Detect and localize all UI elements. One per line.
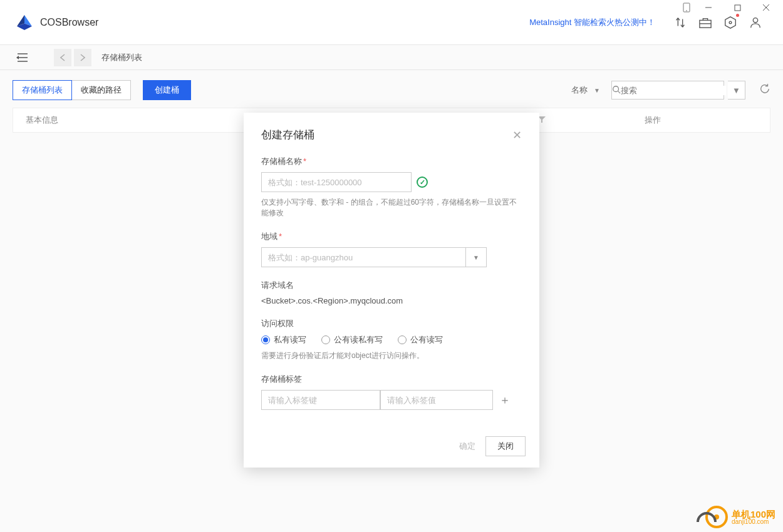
breadcrumb: 存储桶列表: [101, 52, 142, 63]
region-select[interactable]: [261, 247, 465, 267]
perm-public-read[interactable]: 公有读私有写: [321, 334, 383, 345]
add-tag-icon[interactable]: ＋: [499, 392, 511, 407]
col-actions: 操作: [645, 115, 757, 126]
tag-key-input[interactable]: [261, 390, 380, 410]
tag-label: 存储桶标签: [261, 374, 522, 385]
search-dropdown[interactable]: ▼: [728, 81, 745, 100]
tag-value-input[interactable]: [380, 390, 493, 410]
refresh-icon[interactable]: [759, 83, 770, 97]
tab-bucket-list[interactable]: 存储桶列表: [13, 80, 72, 100]
create-bucket-modal: 创建存储桶 ✕ 存储桶名称* ✓ 仅支持小写字母、数字和 - 的组合，不能超过6…: [244, 113, 539, 468]
svg-point-18: [613, 86, 619, 91]
app-logo: COSBrowser: [15, 13, 98, 32]
check-ok-icon: ✓: [417, 176, 428, 188]
perm-private[interactable]: 私有读写: [261, 334, 306, 345]
bucket-name-label: 存储桶名称*: [261, 156, 522, 167]
permission-label: 访问权限: [261, 318, 522, 329]
bucket-name-input[interactable]: [261, 172, 412, 192]
menu-toggle-icon[interactable]: [10, 53, 35, 63]
promo-link[interactable]: MetaInsight 智能检索火热公测中！: [529, 17, 655, 28]
filter-field-arrow[interactable]: ▼: [594, 87, 600, 94]
settings-icon[interactable]: [718, 10, 743, 35]
domain-label: 请求域名: [261, 280, 522, 291]
perm-public-rw[interactable]: 公有读写: [398, 334, 443, 345]
domain-value: <Bucket>.cos.<Region>.myqcloud.com: [261, 296, 522, 305]
search-icon: [612, 85, 621, 96]
logo-icon: [15, 13, 34, 32]
tab-favorites[interactable]: 收藏的路径: [71, 80, 131, 100]
app-name: COSBrowser: [40, 17, 98, 28]
close-button[interactable]: 关闭: [485, 436, 526, 456]
create-bucket-button[interactable]: 创建桶: [143, 80, 191, 100]
chevron-down-icon[interactable]: ▼: [465, 247, 487, 267]
watermark: 单机100网 danji100.com: [705, 506, 775, 528]
svg-marker-11: [725, 16, 736, 28]
window-close[interactable]: [753, 0, 779, 15]
svg-rect-1: [686, 11, 687, 11]
svg-line-19: [618, 91, 621, 93]
nav-back[interactable]: [54, 49, 71, 66]
close-icon[interactable]: ✕: [512, 128, 522, 142]
mobile-icon[interactable]: [680, 3, 693, 13]
region-label: 地域*: [261, 231, 522, 242]
svg-marker-17: [16, 56, 19, 59]
confirm-button[interactable]: 确定: [459, 441, 475, 452]
search-input-wrap[interactable]: [611, 81, 724, 100]
filter-field-label: 名称: [571, 84, 588, 96]
svg-point-13: [753, 18, 757, 22]
search-input[interactable]: [621, 86, 726, 95]
nav-forward[interactable]: [74, 49, 91, 66]
bucket-name-help: 仅支持小写字母、数字和 - 的组合，不能超过60字符，存储桶名称一旦设置不能修改: [261, 197, 522, 218]
permission-help: 需要进行身份验证后才能对object进行访问操作。: [261, 350, 522, 361]
svg-point-12: [729, 21, 732, 24]
modal-title: 创建存储桶: [261, 128, 314, 142]
